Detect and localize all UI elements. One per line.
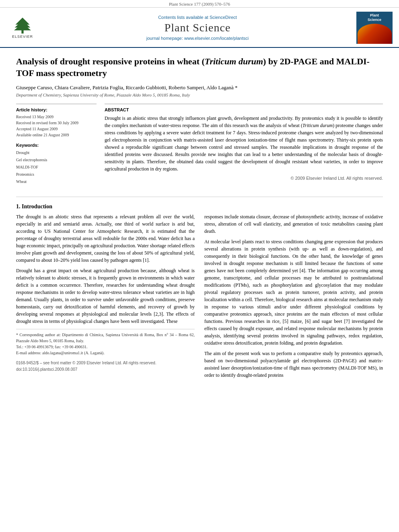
- top-bar: Plant Science 177 (2009) 570–576: [0, 0, 399, 8]
- affiliation: Department of Chemistry, Sapienza Univer…: [16, 92, 383, 97]
- footnote1: * Corresponding author at: Dipartimento …: [16, 332, 195, 344]
- abstract-column: ABSTRACT Drought is an abiotic stress th…: [105, 104, 383, 190]
- keyword-drought: Drought: [16, 149, 97, 156]
- keyword-gel: Gel electrophoresis: [16, 156, 97, 164]
- online-date: Available online 21 August 2009: [16, 132, 97, 138]
- keyword-malditof: MALDI-TOF: [16, 164, 97, 171]
- plant-science-logo-image: [358, 24, 392, 44]
- intro-col1: The drought is an abiotic stress that re…: [16, 213, 195, 382]
- elsevier-logo: ELSEVIER: [6, 17, 39, 39]
- elsevier-tree-icon: [10, 17, 35, 35]
- revised-date: Received in revised form 30 July 2009: [16, 120, 97, 126]
- introduction-body: The drought is an abiotic stress that re…: [16, 213, 383, 382]
- history-label: Article history:: [16, 107, 97, 112]
- footer2: doi:10.1016/j.plantsci.2009.08.007: [16, 366, 195, 373]
- keywords-label: Keywords:: [16, 143, 97, 148]
- info-abstract-section: Article history: Received 13 May 2009 Re…: [16, 104, 383, 190]
- received-date: Received 13 May 2009: [16, 114, 97, 120]
- elsevier-label-text: ELSEVIER: [12, 35, 33, 39]
- journal-citation: Plant Science 177 (2009) 570–576: [169, 2, 230, 6]
- plant-science-logo-text: PlantScience: [367, 12, 382, 23]
- intro-col1-para2: Drought has a great impact on wheat agri…: [16, 267, 195, 325]
- accepted-date: Accepted 11 August 2009: [16, 126, 97, 132]
- journal-center: Contents lists available at ScienceDirec…: [39, 15, 356, 41]
- article-footer: 0168-9452/$ – see front matter © 2009 El…: [16, 360, 195, 373]
- journal-homepage: journal homepage: www.elsevier.com/locat…: [39, 36, 356, 41]
- footnote3: E-mail address: aldo.lagana@uniroma1.it …: [16, 350, 195, 356]
- intro-col1-para1: The drought is an abiotic stress that re…: [16, 213, 195, 264]
- intro-col2: responses include stomata closure, decre…: [204, 213, 383, 382]
- article-title: Analysis of drought responsive proteins …: [16, 56, 383, 79]
- article-content: Analysis of drought responsive proteins …: [0, 48, 399, 394]
- keyword-wheat: Wheat: [16, 178, 97, 185]
- footnote2: Tel.: +39 06 49913679; fax: +39 06 49063…: [16, 344, 195, 350]
- copyright-line: © 2009 Elsevier Ireland Ltd. All rights …: [105, 176, 383, 181]
- journal-header: ELSEVIER Contents lists available at Sci…: [0, 8, 399, 48]
- footnote-area: * Corresponding author at: Dipartimento …: [16, 329, 195, 356]
- abstract-section: ABSTRACT Drought is an abiotic stress th…: [105, 104, 383, 181]
- keyword-proteomics: Proteomics: [16, 171, 97, 178]
- abstract-text: Drought is an abiotic stress that strong…: [105, 115, 383, 173]
- article-info-box: Article history: Received 13 May 2009 Re…: [16, 104, 97, 185]
- keywords-section: Keywords: Drought Gel electrophoresis MA…: [16, 143, 97, 185]
- article-info-column: Article history: Received 13 May 2009 Re…: [16, 104, 97, 190]
- article-history-section: Article history: Received 13 May 2009 Re…: [16, 107, 97, 138]
- abstract-label: ABSTRACT: [105, 107, 383, 112]
- authors: Giuseppe Caruso, Chiara Cavaliere, Patri…: [16, 84, 383, 91]
- section1-heading: 1. Introduction: [16, 203, 383, 210]
- intro-col2-para1: responses include stomata closure, decre…: [204, 213, 383, 235]
- journal-title: Plant Science: [39, 21, 356, 34]
- intro-col2-para3: The aim of the present work was to perfo…: [204, 350, 383, 379]
- keywords-list: Drought Gel electrophoresis MALDI-TOF Pr…: [16, 149, 97, 185]
- sciencedirect-link[interactable]: Contents lists available at ScienceDirec…: [39, 15, 356, 20]
- footer1: 0168-9452/$ – see front matter © 2009 El…: [16, 360, 195, 366]
- plant-science-logo-box: PlantScience: [356, 12, 393, 44]
- section-divider: [16, 197, 383, 197]
- intro-col2-para2: At molecular level plants react to stres…: [204, 238, 383, 347]
